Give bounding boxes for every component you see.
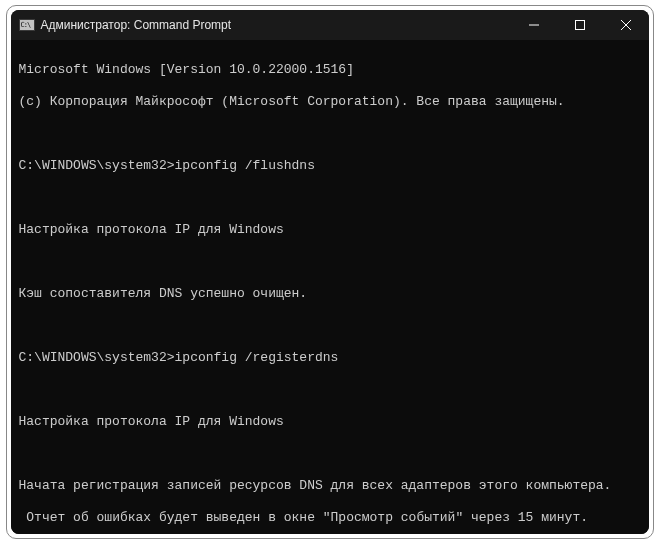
titlebar[interactable]: C:\ Администратор: Command Prompt (11, 10, 649, 40)
output-line: Кэш сопоставителя DNS успешно очищен. (19, 286, 641, 302)
output-line: Настройка протокола IP для Windows (19, 222, 641, 238)
output-line (19, 382, 641, 398)
terminal-output[interactable]: Microsoft Windows [Version 10.0.22000.15… (11, 40, 649, 534)
maximize-button[interactable] (557, 10, 603, 40)
output-line (19, 190, 641, 206)
output-line (19, 318, 641, 334)
command-prompt-window: C:\ Администратор: Command Prompt Micros… (11, 10, 649, 534)
prompt-line: C:\WINDOWS\system32>ipconfig /flushdns (19, 158, 641, 174)
svg-rect-1 (575, 21, 584, 30)
output-line: Microsoft Windows [Version 10.0.22000.15… (19, 62, 641, 78)
titlebar-left: C:\ Администратор: Command Prompt (19, 18, 232, 32)
output-line: Отчет об ошибках будет выведен в окне "П… (19, 510, 641, 526)
cmd-icon: C:\ (19, 19, 35, 31)
output-line: Начата регистрация записей ресурсов DNS … (19, 478, 641, 494)
window-title: Администратор: Command Prompt (41, 18, 232, 32)
prompt-line: C:\WINDOWS\system32>ipconfig /registerdn… (19, 350, 641, 366)
minimize-button[interactable] (511, 10, 557, 40)
output-line (19, 126, 641, 142)
output-line (19, 254, 641, 270)
close-button[interactable] (603, 10, 649, 40)
output-line: (c) Корпорация Майкрософт (Microsoft Cor… (19, 94, 641, 110)
output-line: Настройка протокола IP для Windows (19, 414, 641, 430)
screenshot-frame: C:\ Администратор: Command Prompt Micros… (6, 5, 654, 539)
output-line (19, 446, 641, 462)
window-controls (511, 10, 649, 40)
